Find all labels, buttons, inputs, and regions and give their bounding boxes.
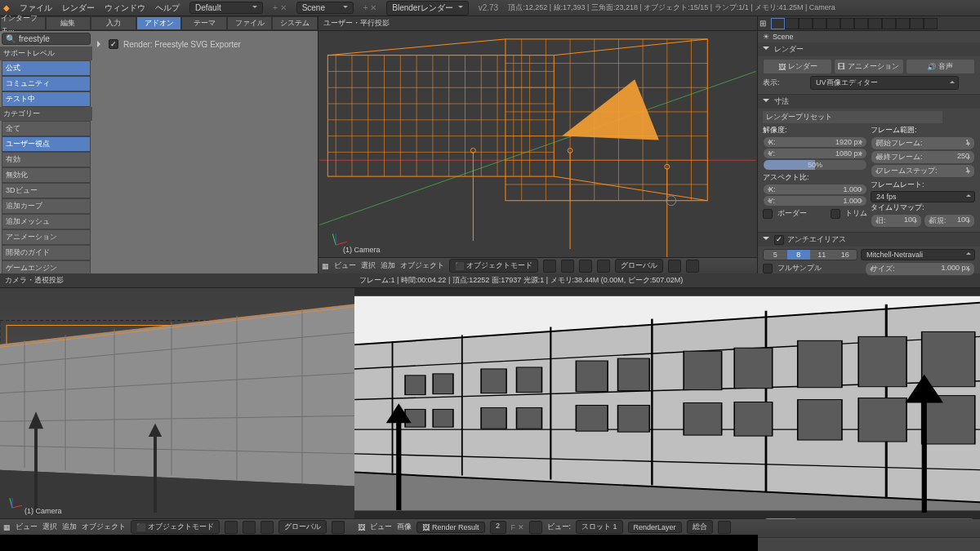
- frame-step[interactable]: フレームステップ:1: [871, 164, 975, 178]
- orientation-dropdown[interactable]: グローバル: [615, 259, 663, 273]
- tab-object[interactable]: [826, 18, 840, 29]
- engine-dropdown[interactable]: Blenderレンダー: [386, 1, 468, 16]
- menu-render[interactable]: レンダー: [62, 2, 95, 14]
- cat-addmesh[interactable]: 追加メッシュ: [2, 214, 91, 229]
- render-button[interactable]: 🖼レンダー: [763, 59, 832, 74]
- fullsample-checkbox[interactable]: [763, 264, 773, 273]
- menu-view[interactable]: ビュー: [16, 522, 38, 532]
- res-pct[interactable]: 50%: [763, 159, 867, 171]
- preset-remove[interactable]: [964, 112, 975, 123]
- manipulator-icon[interactable]: [579, 260, 592, 273]
- tab-constraints[interactable]: [840, 18, 854, 29]
- cat-all[interactable]: 全て: [2, 121, 91, 136]
- tab-render[interactable]: [771, 18, 785, 29]
- tab-texture[interactable]: [896, 18, 910, 29]
- aa-samples[interactable]: 581116: [763, 249, 858, 260]
- fps-dropdown[interactable]: 24 fps: [871, 191, 975, 202]
- tab-data[interactable]: [868, 18, 882, 29]
- cat-enabled[interactable]: 有効: [2, 152, 91, 167]
- lock-icon[interactable]: [964, 78, 975, 89]
- panel-render[interactable]: レンダー: [758, 42, 980, 56]
- aa-filter[interactable]: Mitchell-Netravali: [861, 249, 975, 260]
- frame-start[interactable]: 開始フレーム:1: [871, 136, 975, 150]
- addon-enable-checkbox[interactable]: [109, 39, 118, 49]
- trim-checkbox[interactable]: [831, 209, 840, 219]
- support-testing[interactable]: テスト中: [2, 91, 91, 107]
- pass-dropdown[interactable]: RenderLayer: [628, 522, 682, 533]
- shading-icon[interactable]: [543, 260, 556, 273]
- addon-freestyle-svg[interactable]: Render: Freestyle SVG Exporter: [96, 38, 314, 51]
- snap-icon[interactable]: [332, 521, 345, 534]
- scene-dropdown[interactable]: Scene: [296, 2, 354, 14]
- pivot-icon[interactable]: [561, 260, 574, 273]
- render-preset-dropdown[interactable]: レンダープリセット: [763, 111, 942, 123]
- mode-dropdown[interactable]: ⬛オブジェクトモード: [131, 520, 220, 534]
- manipulator-icon[interactable]: [261, 521, 274, 534]
- remap-old[interactable]: 旧:100: [871, 214, 922, 228]
- aspect-y[interactable]: Y:1.000: [763, 195, 867, 207]
- frame-end[interactable]: 最終フレーム:250: [871, 150, 975, 164]
- image-editor[interactable]: フレーム:1 | 時間:00:04.22 | 頂点:12252 面:17937 …: [354, 273, 980, 535]
- tab-material[interactable]: [882, 18, 896, 29]
- editor-type-icon[interactable]: ▦: [322, 262, 329, 270]
- tab-input[interactable]: 入力: [91, 16, 136, 30]
- cat-devguide[interactable]: 開発のガイド: [2, 245, 91, 260]
- tab-addons[interactable]: アドオン: [136, 16, 182, 30]
- cat-anim[interactable]: アニメーション: [2, 229, 91, 245]
- aspect-x[interactable]: X:1.000: [763, 184, 867, 195]
- shading-icon[interactable]: [225, 521, 238, 534]
- preset-add[interactable]: [947, 112, 959, 123]
- tab-scene[interactable]: [799, 18, 813, 29]
- border-checkbox[interactable]: [763, 209, 773, 219]
- tab-system[interactable]: システム: [272, 16, 318, 30]
- tab-world[interactable]: [813, 18, 826, 29]
- support-community[interactable]: コミュニティ: [2, 76, 91, 91]
- tab-interface[interactable]: インターフェ...: [0, 16, 46, 30]
- layout-dropdown[interactable]: Default: [189, 2, 263, 14]
- viewport-3d-top[interactable]: ユーザー・平行投影: [318, 16, 758, 273]
- viewport-camera[interactable]: カメラ・透視投影: [0, 273, 354, 535]
- orientation-dropdown[interactable]: グローバル: [278, 520, 327, 534]
- cat-user[interactable]: ユーザー視点: [2, 136, 91, 152]
- tab-physics[interactable]: [924, 18, 938, 29]
- tab-layers[interactable]: [785, 18, 799, 29]
- panel-aa[interactable]: アンチエイリアス: [758, 233, 980, 247]
- layers-icon[interactable]: [597, 260, 610, 273]
- menu-window[interactable]: ウィンドウ: [105, 2, 145, 14]
- menu-add[interactable]: 追加: [381, 260, 395, 271]
- mode-dropdown[interactable]: ⬛オブジェクトモード: [449, 259, 538, 273]
- tab-editing[interactable]: 編集: [46, 16, 91, 30]
- menu-view[interactable]: ビュー: [370, 522, 392, 532]
- combined-dropdown[interactable]: 総合: [687, 520, 713, 534]
- aa-checkbox[interactable]: [774, 235, 784, 245]
- res-x[interactable]: X:1920 px: [763, 136, 867, 148]
- menu-object[interactable]: オブジェクト: [82, 522, 126, 532]
- support-official[interactable]: 公式: [2, 60, 91, 76]
- menu-image[interactable]: 画像: [397, 522, 412, 532]
- menu-view[interactable]: ビュー: [334, 260, 356, 271]
- menu-select[interactable]: 選択: [42, 522, 57, 532]
- tab-themes[interactable]: テーマ: [181, 16, 227, 30]
- display-channels[interactable]: [718, 521, 731, 534]
- menu-object[interactable]: オブジェクト: [400, 260, 444, 271]
- pin-icon[interactable]: [529, 521, 542, 534]
- aa-size[interactable]: サイズ:1.000 px: [865, 262, 975, 276]
- slot-dropdown[interactable]: スロット 1: [576, 520, 623, 534]
- image-dropdown[interactable]: 🖼Render Result: [416, 522, 485, 533]
- menu-file[interactable]: ファイル: [20, 2, 52, 14]
- panel-dimensions[interactable]: 寸法: [758, 95, 980, 109]
- menu-select[interactable]: 選択: [361, 260, 376, 271]
- res-y[interactable]: Y:1080 px: [763, 148, 867, 159]
- render-icon[interactable]: [686, 260, 699, 273]
- menu-help[interactable]: ヘルプ: [155, 2, 180, 14]
- cat-disabled[interactable]: 無効化: [2, 167, 91, 183]
- cat-3dview[interactable]: 3Dビュー: [2, 183, 91, 198]
- pivot-icon[interactable]: [243, 521, 256, 534]
- editor-type-icon[interactable]: ⊞: [760, 19, 771, 28]
- expand-icon[interactable]: [97, 41, 104, 47]
- addon-search[interactable]: 🔍freestyle: [2, 33, 91, 45]
- num-field[interactable]: 2: [490, 521, 506, 534]
- tab-modifiers[interactable]: [854, 18, 868, 29]
- anim-button[interactable]: 🎞アニメーション: [834, 59, 903, 74]
- editor-type-icon[interactable]: 🖼: [358, 523, 365, 531]
